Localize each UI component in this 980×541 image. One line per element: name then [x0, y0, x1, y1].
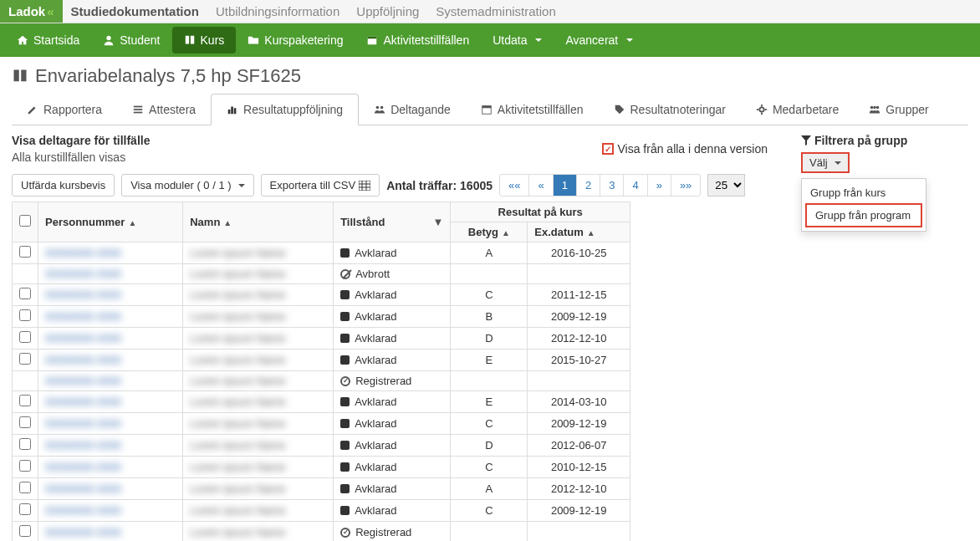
toptab-uppfoljning[interactable]: Uppföljning [348, 0, 427, 23]
version-checkbox-label: Visa från alla i denna version [617, 142, 768, 156]
filter-icon[interactable]: ▼ [432, 216, 443, 228]
page-next[interactable]: » [648, 175, 671, 196]
tab-deltagande[interactable]: Deltagande [359, 94, 466, 125]
page-first[interactable]: «« [500, 175, 529, 196]
row-checkbox[interactable] [19, 288, 31, 299]
col-tillstand[interactable]: Tillstånd▼ [334, 202, 451, 242]
col-betyg[interactable]: Betyg▲ [451, 222, 528, 242]
tab-grupper[interactable]: Grupper [854, 94, 943, 125]
personnummer-cell[interactable]: 00000000-0000 [45, 332, 121, 345]
table-row: 00000000-0000Lorem Ipsum NameAvklaradC20… [13, 413, 630, 435]
nav-utdata[interactable]: Utdata [481, 27, 554, 54]
nav-kurspaketering[interactable]: Kurspaketering [236, 27, 355, 54]
svg-point-14 [870, 105, 874, 109]
filter-option-program[interactable]: Grupp från program [805, 203, 922, 227]
logo: Ladok« [0, 0, 63, 23]
personnummer-cell[interactable]: 00000000-0000 [45, 288, 121, 301]
status-label: Avklarad [355, 247, 396, 259]
page-1[interactable]: 1 [554, 175, 577, 196]
status-label: Avklarad [355, 354, 396, 366]
personnummer-cell[interactable]: 00000000-0000 [45, 354, 121, 366]
filter-select-button[interactable]: Välj [801, 152, 850, 173]
exdatum-cell [528, 264, 630, 284]
course-tabs: Rapportera Attestera Resultatuppföljning… [12, 94, 968, 125]
row-checkbox[interactable] [19, 416, 31, 428]
nav-startsida[interactable]: Startsida [5, 27, 91, 54]
svg-point-0 [107, 36, 111, 40]
calendar-icon [366, 34, 378, 46]
col-group-resultat: Resultat på kurs [451, 202, 630, 222]
version-checkbox-row[interactable]: ✓ Visa från alla i denna version [602, 142, 768, 156]
namn-cell: Lorem Ipsum Name [190, 268, 285, 280]
page-3[interactable]: 3 [600, 175, 624, 196]
row-checkbox[interactable] [19, 395, 31, 406]
grid-icon [359, 181, 370, 191]
status-cell: Avklarad [340, 332, 443, 345]
nav-kurs[interactable]: Kurs [172, 27, 237, 54]
status-cell: Registrerad [340, 526, 443, 538]
status-cell: Avbrott [340, 268, 443, 280]
betyg-cell [451, 522, 528, 542]
table-row: 00000000-0000Lorem Ipsum NameAvklaradC20… [13, 500, 630, 522]
checkbox-icon[interactable]: ✓ [602, 143, 614, 155]
personnummer-cell[interactable]: 00000000-0000 [45, 375, 121, 387]
nav-student[interactable]: Student [91, 27, 171, 54]
personnummer-cell[interactable]: 00000000-0000 [45, 439, 121, 452]
hit-count: Antal träffar: 16005 [386, 179, 493, 192]
show-modules-button[interactable]: Visa moduler ( 0 / 1 ) [121, 174, 253, 196]
page-last[interactable]: »» [671, 175, 700, 196]
personnummer-cell[interactable]: 00000000-0000 [45, 482, 121, 495]
row-checkbox[interactable] [19, 438, 31, 450]
select-all-checkbox[interactable] [19, 215, 31, 227]
personnummer-cell[interactable]: 00000000-0000 [45, 310, 121, 323]
col-namn[interactable]: Namn▲ [183, 202, 334, 242]
exdatum-cell [528, 522, 630, 542]
page-4[interactable]: 4 [624, 175, 647, 196]
row-checkbox[interactable] [19, 482, 31, 493]
col-select-all[interactable] [13, 202, 38, 242]
row-checkbox[interactable] [19, 525, 31, 537]
toptab-studiedokumentation[interactable]: Studiedokumentation [63, 0, 207, 23]
personnummer-cell[interactable]: 00000000-0000 [45, 247, 121, 259]
row-checkbox[interactable] [19, 353, 31, 365]
row-checkbox[interactable] [19, 460, 31, 472]
tab-medarbetare[interactable]: Medarbetare [741, 94, 854, 125]
toptab-utbildningsinformation[interactable]: Utbildningsinformation [207, 0, 348, 23]
tab-rapportera[interactable]: Rapportera [12, 94, 117, 125]
personnummer-cell[interactable]: 00000000-0000 [45, 504, 121, 517]
filter-option-kurs[interactable]: Grupp från kurs [802, 182, 926, 203]
svg-rect-5 [134, 111, 143, 113]
betyg-cell [451, 264, 528, 284]
export-csv-button[interactable]: Exportera till CSV [261, 174, 380, 196]
toptab-systemadministration[interactable]: Systemadministration [427, 0, 564, 23]
betyg-cell: D [451, 328, 528, 350]
status-label: Registrerad [355, 375, 411, 387]
row-checkbox[interactable] [19, 309, 31, 321]
nav-aktivitetstillfallen[interactable]: Aktivitetstillfällen [355, 27, 481, 54]
filter-heading: Filtrera på grupp [801, 134, 968, 147]
personnummer-cell[interactable]: 00000000-0000 [45, 396, 121, 408]
table-row: 00000000-0000Lorem Ipsum NameAvklaradC20… [13, 457, 630, 478]
page-size-select[interactable]: 25 [707, 174, 745, 196]
nav-avancerat[interactable]: Avancerat [554, 27, 645, 54]
page-prev[interactable]: « [529, 175, 553, 196]
status-label: Avklarad [355, 288, 396, 301]
row-checkbox[interactable] [19, 246, 31, 258]
exdatum-cell: 2009-12-19 [528, 306, 630, 328]
row-checkbox[interactable] [19, 331, 31, 343]
svg-rect-3 [134, 105, 143, 107]
personnummer-cell[interactable]: 00000000-0000 [45, 417, 121, 430]
tab-aktivitetstillfallen[interactable]: Aktivitetstillfällen [466, 94, 599, 125]
tab-resultatnoteringar[interactable]: Resultatnoteringar [599, 94, 741, 125]
results-table: Personnummer▲ Namn▲ Tillstånd▼ Resultat … [12, 202, 630, 541]
personnummer-cell[interactable]: 00000000-0000 [45, 461, 121, 473]
page-2[interactable]: 2 [577, 175, 600, 196]
row-checkbox[interactable] [19, 503, 31, 515]
col-personnummer[interactable]: Personnummer▲ [38, 202, 183, 242]
col-exdatum[interactable]: Ex.datum▲ [528, 222, 630, 242]
personnummer-cell[interactable]: 00000000-0000 [45, 268, 121, 280]
issue-cert-button[interactable]: Utfärda kursbevis [12, 174, 115, 196]
personnummer-cell[interactable]: 00000000-0000 [45, 526, 121, 538]
tab-attestera[interactable]: Attestera [117, 94, 211, 125]
tab-resultatuppfoljning[interactable]: Resultatuppföljning [211, 94, 359, 125]
